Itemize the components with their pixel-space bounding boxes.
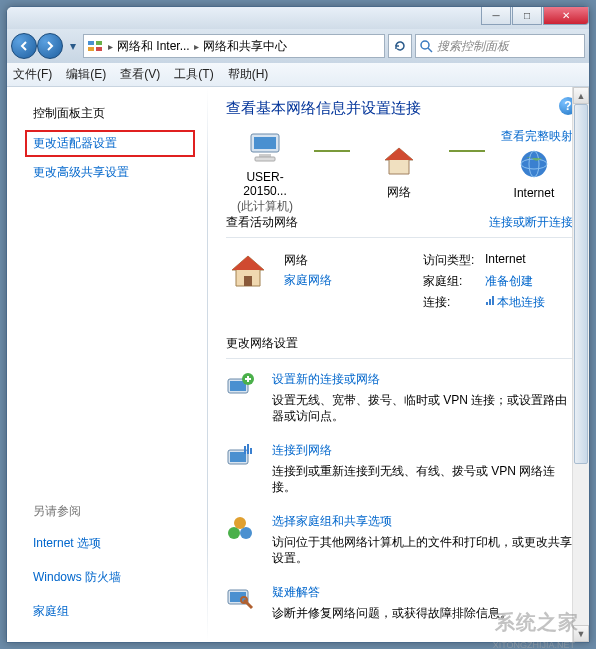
computer-icon	[247, 132, 283, 164]
map-node-label: 网络	[360, 184, 438, 201]
map-node-sublabel: (此计算机)	[226, 198, 304, 215]
homegroup-link[interactable]: 准备创建	[485, 273, 533, 290]
body: 控制面板主页 更改适配器设置 更改高级共享设置 另请参阅 Internet 选项…	[7, 87, 589, 642]
titlebar: ─ □ ✕	[7, 7, 589, 29]
network-name: 网络	[284, 252, 411, 269]
task-title: 疑难解答	[272, 584, 573, 601]
scroll-up-button[interactable]: ▲	[573, 87, 589, 104]
menubar: 文件(F) 编辑(E) 查看(V) 工具(T) 帮助(H)	[7, 63, 589, 87]
svg-point-25	[228, 527, 240, 539]
active-networks-heading: 查看活动网络 连接或断开连接	[226, 214, 573, 231]
chevron-right-icon: ▸	[190, 41, 203, 52]
breadcrumb-item[interactable]: 网络和 Inter...	[117, 38, 190, 55]
homegroup-icon	[226, 513, 260, 566]
active-network-row: 网络 家庭网络 访问类型:Internet 家庭组:准备创建 连接: 本地连接	[226, 246, 573, 327]
svg-rect-7	[254, 137, 276, 149]
menu-tools[interactable]: 工具(T)	[174, 66, 213, 83]
menu-view[interactable]: 查看(V)	[120, 66, 160, 83]
task-connect-network[interactable]: 连接到网络连接到或重新连接到无线、有线、拨号或 VPN 网络连接。	[226, 438, 573, 509]
svg-rect-16	[492, 296, 494, 305]
back-button[interactable]	[11, 33, 37, 59]
address-bar: ▾ ▸ 网络和 Inter... ▸ 网络和共享中心 搜索控制面板	[7, 29, 589, 63]
house-icon	[381, 146, 417, 178]
svg-rect-13	[244, 276, 252, 286]
map-connector	[449, 150, 485, 152]
task-desc: 访问位于其他网络计算机上的文件和打印机，或更改共享设置。	[272, 534, 573, 566]
svg-rect-22	[244, 446, 246, 454]
prop-key: 家庭组:	[423, 273, 485, 290]
sidebar-advanced-sharing[interactable]: 更改高级共享设置	[7, 159, 207, 185]
search-placeholder: 搜索控制面板	[437, 38, 509, 55]
search-input[interactable]: 搜索控制面板	[415, 34, 585, 58]
close-button[interactable]: ✕	[543, 7, 589, 25]
sidebar-internet-options[interactable]: Internet 选项	[33, 530, 207, 556]
sidebar-home[interactable]: 控制面板主页	[7, 101, 207, 130]
svg-rect-24	[250, 448, 252, 454]
maximize-button[interactable]: □	[512, 7, 542, 25]
signal-icon	[485, 294, 497, 311]
svg-rect-21	[230, 452, 246, 462]
history-dropdown[interactable]: ▾	[66, 36, 80, 56]
svg-point-10	[521, 151, 547, 177]
divider	[226, 358, 573, 359]
task-homegroup-sharing[interactable]: 选择家庭组和共享选项访问位于其他网络计算机上的文件和打印机，或更改共享设置。	[226, 509, 573, 580]
map-node-computer[interactable]: USER-20150... (此计算机)	[226, 132, 304, 215]
task-setup-connection[interactable]: 设置新的连接或网络设置无线、宽带、拨号、临时或 VPN 连接；或设置路由器或访问…	[226, 367, 573, 438]
change-settings-heading: 更改网络设置	[226, 335, 573, 352]
watermark: 系统之家	[495, 609, 579, 636]
map-node-label: Internet	[495, 186, 573, 200]
search-icon	[420, 40, 433, 53]
svg-rect-0	[88, 41, 94, 45]
breadcrumb-item[interactable]: 网络和共享中心	[203, 38, 287, 55]
globe-icon	[518, 148, 550, 180]
connection-link[interactable]: 本地连接	[497, 294, 545, 311]
prop-key: 连接:	[423, 294, 485, 311]
sidebar-adapter-settings[interactable]: 更改适配器设置	[25, 130, 195, 157]
scrollbar[interactable]: ▲ ▼	[572, 87, 589, 642]
sidebar-windows-firewall[interactable]: Windows 防火墙	[33, 564, 207, 590]
main-content: ? 查看基本网络信息并设置连接 查看完整映射 USER-20150... (此计…	[208, 87, 589, 642]
breadcrumb[interactable]: ▸ 网络和 Inter... ▸ 网络和共享中心	[83, 34, 385, 58]
svg-rect-1	[96, 41, 102, 45]
svg-rect-23	[247, 444, 249, 454]
scroll-thumb[interactable]	[574, 104, 588, 464]
minimize-button[interactable]: ─	[481, 7, 511, 25]
network-type-icon	[226, 252, 272, 315]
task-title: 选择家庭组和共享选项	[272, 513, 573, 530]
sidebar: 控制面板主页 更改适配器设置 更改高级共享设置 另请参阅 Internet 选项…	[7, 87, 207, 642]
sidebar-homegroup[interactable]: 家庭组	[33, 598, 207, 624]
network-type-link[interactable]: 家庭网络	[284, 272, 411, 289]
task-title: 设置新的连接或网络	[272, 371, 573, 388]
svg-point-4	[421, 41, 429, 49]
task-desc: 设置无线、宽带、拨号、临时或 VPN 连接；或设置路由器或访问点。	[272, 392, 573, 424]
svg-rect-15	[489, 299, 491, 305]
svg-rect-14	[486, 302, 488, 305]
watermark-sub: XITONGZHIJIA.NET	[493, 640, 575, 649]
svg-rect-9	[255, 157, 275, 161]
menu-file[interactable]: 文件(F)	[13, 66, 52, 83]
connect-disconnect-link[interactable]: 连接或断开连接	[489, 214, 573, 231]
control-panel-icon	[86, 37, 104, 55]
map-node-network[interactable]: 网络	[360, 146, 438, 201]
network-info: 网络 家庭网络	[284, 252, 411, 315]
network-map: 查看完整映射 USER-20150... (此计算机) 网络	[226, 128, 573, 206]
svg-rect-2	[88, 47, 94, 51]
forward-button[interactable]	[37, 33, 63, 59]
svg-point-26	[240, 527, 252, 539]
prop-key: 访问类型:	[423, 252, 485, 269]
divider	[226, 237, 573, 238]
task-title: 连接到网络	[272, 442, 573, 459]
menu-help[interactable]: 帮助(H)	[228, 66, 269, 83]
view-full-map-link[interactable]: 查看完整映射	[501, 128, 573, 145]
page-title: 查看基本网络信息并设置连接	[226, 99, 573, 118]
see-also-heading: 另请参阅	[33, 503, 207, 520]
svg-line-5	[428, 48, 432, 52]
map-connector	[314, 150, 350, 152]
house-icon	[226, 252, 270, 292]
svg-rect-3	[96, 47, 102, 51]
menu-edit[interactable]: 编辑(E)	[66, 66, 106, 83]
see-also: 另请参阅 Internet 选项 Windows 防火墙 家庭组	[7, 495, 207, 642]
refresh-button[interactable]	[388, 34, 412, 58]
svg-point-27	[234, 517, 246, 529]
map-node-internet[interactable]: Internet	[495, 148, 573, 200]
